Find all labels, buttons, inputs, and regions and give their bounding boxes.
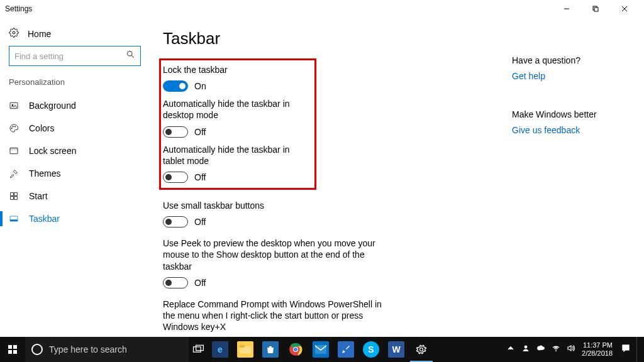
themes-icon <box>9 168 19 178</box>
sidebar-item-label: Start <box>29 191 48 201</box>
tray-wifi-icon[interactable] <box>552 344 560 355</box>
sidebar-item-label: Background <box>29 101 76 111</box>
sidebar-item-themes[interactable]: Themes <box>9 162 154 185</box>
cortana-icon <box>31 344 43 355</box>
svg-rect-12 <box>10 148 18 150</box>
svg-rect-26 <box>240 345 245 348</box>
maximize-button[interactable] <box>581 0 610 18</box>
svg-point-31 <box>420 348 423 351</box>
svg-point-29 <box>294 348 297 351</box>
task-view-button[interactable] <box>189 337 208 362</box>
search-field[interactable] <box>14 52 126 61</box>
svg-rect-34 <box>623 345 629 350</box>
taskbar-icon <box>9 214 19 224</box>
app-skype[interactable]: S <box>358 337 384 362</box>
sidebar-item-label: Lock screen <box>29 146 76 156</box>
right-rail: Have a question? Get help Make Windows b… <box>512 18 644 337</box>
window-titlebar: Settings <box>0 0 644 18</box>
setting-autohide-desktop: Automatically hide the taskbar in deskto… <box>163 98 309 137</box>
gear-icon <box>9 28 19 40</box>
toggle-lock-taskbar[interactable] <box>163 80 188 92</box>
start-icon <box>9 191 19 201</box>
svg-rect-21 <box>8 350 12 354</box>
window-title: Settings <box>5 4 32 13</box>
taskbar-clock[interactable]: 11:37 PM 2/28/2018 <box>582 341 615 358</box>
app-mail[interactable] <box>308 337 333 362</box>
home-nav[interactable]: Home <box>9 24 154 46</box>
setting-powershell: Replace Command Prompt with Windows Powe… <box>163 299 506 337</box>
svg-point-32 <box>525 346 527 348</box>
close-button[interactable] <box>610 0 639 18</box>
svg-rect-13 <box>11 193 14 196</box>
sidebar-item-label: Themes <box>29 168 61 178</box>
svg-rect-23 <box>194 347 201 352</box>
app-paint[interactable] <box>333 337 358 362</box>
svg-point-33 <box>555 351 557 352</box>
rail-better: Make Windows better <box>512 109 644 119</box>
search-input[interactable] <box>9 46 141 66</box>
lockscreen-icon <box>9 146 19 156</box>
app-word[interactable]: W <box>384 337 409 362</box>
page-title: Taskbar <box>163 29 506 48</box>
app-edge[interactable]: e <box>208 337 233 362</box>
sidebar-item-background[interactable]: Background <box>9 94 154 117</box>
setting-peek: Use Peek to preview the desktop when you… <box>163 238 506 288</box>
taskbar-search[interactable]: Type here to search <box>25 337 189 362</box>
setting-small-buttons: Use small taskbar buttons Off <box>163 200 506 228</box>
svg-point-10 <box>14 126 15 127</box>
toggle-small-buttons[interactable] <box>163 216 188 228</box>
minimize-button[interactable] <box>552 0 581 18</box>
home-label: Home <box>28 29 51 39</box>
setting-lock-taskbar: Lock the taskbar On <box>163 64 309 92</box>
get-help-link[interactable]: Get help <box>512 71 545 81</box>
sidebar-item-taskbar[interactable]: Taskbar <box>9 207 154 230</box>
palette-icon <box>9 123 19 133</box>
svg-point-8 <box>11 128 12 128</box>
app-explorer[interactable] <box>233 337 258 362</box>
system-tray: 11:37 PM 2/28/2018 <box>506 337 644 362</box>
action-center-icon[interactable] <box>621 344 630 355</box>
setting-autohide-tablet: Automatically hide the taskbar in tablet… <box>163 144 309 183</box>
tray-onedrive-icon[interactable] <box>536 344 545 355</box>
app-chrome[interactable] <box>283 337 308 362</box>
main-panel: Taskbar Lock the taskbar On Automaticall… <box>154 18 512 337</box>
app-store[interactable] <box>258 337 283 362</box>
svg-rect-18 <box>10 219 18 221</box>
svg-point-5 <box>13 31 15 34</box>
tray-people-icon[interactable] <box>521 344 530 355</box>
svg-point-9 <box>13 126 13 127</box>
show-desktop-button[interactable] <box>636 337 640 362</box>
sidebar-item-colors[interactable]: Colors <box>9 117 154 140</box>
svg-rect-14 <box>14 193 18 196</box>
sidebar: Home Personalization Background Colors L… <box>0 18 154 337</box>
toggle-peek[interactable] <box>163 277 188 288</box>
toggle-autohide-tablet[interactable] <box>163 172 188 183</box>
toggle-autohide-desktop[interactable] <box>163 126 188 138</box>
app-settings[interactable] <box>409 337 434 362</box>
svg-rect-22 <box>13 350 17 354</box>
tray-chevron-up-icon[interactable] <box>506 344 515 355</box>
svg-rect-16 <box>14 197 18 200</box>
start-button[interactable] <box>0 337 25 362</box>
search-icon <box>126 50 135 62</box>
svg-rect-15 <box>11 197 14 200</box>
svg-rect-19 <box>8 345 12 349</box>
feedback-link[interactable]: Give us feedback <box>512 125 580 135</box>
rail-question: Have a question? <box>512 55 644 65</box>
windows-taskbar: Type here to search e S W 11:37 PM 2/28/ <box>0 337 644 362</box>
sidebar-item-lockscreen[interactable]: Lock screen <box>9 140 154 162</box>
highlight-annotation: Lock the taskbar On Automatically hide t… <box>159 58 316 190</box>
svg-point-7 <box>12 104 13 106</box>
taskbar-search-placeholder: Type here to search <box>49 344 127 354</box>
sidebar-section: Personalization <box>9 77 154 87</box>
picture-icon <box>9 101 19 111</box>
sidebar-item-start[interactable]: Start <box>9 185 154 207</box>
tray-volume-icon[interactable] <box>567 344 575 355</box>
svg-rect-2 <box>594 8 598 11</box>
sidebar-item-label: Colors <box>29 123 54 133</box>
svg-rect-24 <box>196 345 204 350</box>
sidebar-item-label: Taskbar <box>29 214 60 224</box>
svg-rect-20 <box>13 345 17 349</box>
